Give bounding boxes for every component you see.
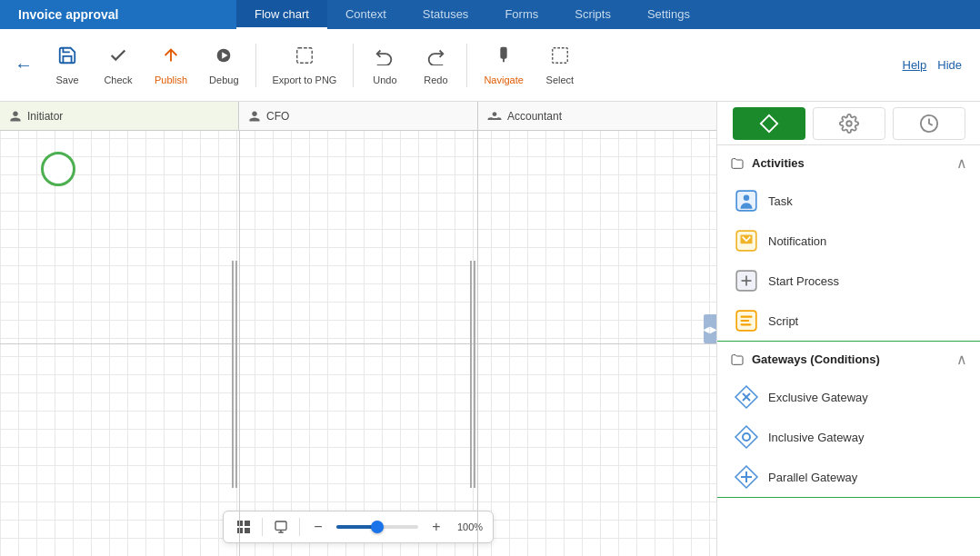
folder-icon: [730, 156, 745, 171]
tab-forms[interactable]: Forms: [486, 0, 556, 29]
panel-tab-settings[interactable]: [813, 107, 885, 140]
zoom-value: 100%: [455, 521, 485, 532]
toolbar-separator-1: [255, 44, 256, 87]
svg-marker-9: [760, 114, 776, 131]
task-label: Task: [768, 194, 793, 208]
zoom-in-button[interactable]: +: [424, 514, 449, 540]
publish-label: Publish: [155, 74, 187, 85]
undo-label: Undo: [373, 74, 396, 85]
svg-rect-22: [741, 323, 752, 325]
gateways-section-header[interactable]: Gateways (Conditions) ∧: [717, 342, 980, 377]
tab-context[interactable]: Context: [327, 0, 405, 29]
tab-scripts[interactable]: Scripts: [556, 0, 629, 29]
activities-collapse-icon[interactable]: ∧: [956, 154, 967, 172]
tab-settings[interactable]: Settings: [629, 0, 708, 29]
panel-tab-clock[interactable]: [893, 107, 965, 140]
lane-header-cfo: CFO: [239, 102, 478, 130]
publish-icon: [161, 45, 181, 71]
lane-label-initiator: Initiator: [27, 110, 63, 123]
start-process-icon: [734, 268, 759, 293]
lane-header-accountant: Accountant: [478, 102, 716, 130]
lane-inner-sep-2b: [474, 261, 475, 488]
svg-rect-15: [741, 235, 753, 244]
svg-rect-21: [741, 320, 750, 322]
right-panel: Activities ∧ Task: [716, 102, 980, 556]
script-icon: [734, 308, 759, 333]
save-button[interactable]: Save: [44, 36, 91, 94]
canvas[interactable]: Initiator CFO Accountant ◀▶: [0, 102, 716, 556]
zoom-out-button[interactable]: −: [305, 514, 331, 540]
zoom-slider[interactable]: [336, 525, 418, 529]
activities-section: Activities ∧ Task: [717, 145, 980, 342]
undo-button[interactable]: Undo: [361, 36, 408, 94]
back-button[interactable]: ←: [7, 49, 40, 82]
redo-icon: [425, 45, 445, 71]
tab-statuses[interactable]: Statuses: [405, 0, 487, 29]
gateways-section: Gateways (Conditions) ∧ Exclusive Gatewa…: [717, 342, 980, 498]
panel-tabs: [717, 102, 980, 145]
toolbar-separator-3: [466, 44, 467, 87]
inclusive-gateway-label: Inclusive Gateway: [768, 431, 865, 444]
check-button[interactable]: Check: [95, 36, 142, 94]
activities-section-label: Activities: [752, 156, 805, 170]
lane-rows: [0, 131, 716, 556]
lane-row-divider: [0, 343, 716, 344]
parallel-gateway-label: Parallel Gateway: [768, 471, 857, 484]
navigate-button[interactable]: Navigate: [475, 36, 532, 94]
slider-thumb[interactable]: [371, 521, 384, 533]
lane-inner-sep-1a: [232, 261, 234, 488]
gateways-collapse-icon[interactable]: ∧: [956, 351, 967, 368]
export-png-icon: [295, 45, 315, 71]
lane-separator-1: [239, 131, 240, 556]
exclusive-gateway-icon: [734, 384, 759, 410]
debug-icon: [214, 45, 234, 71]
svg-rect-5: [245, 521, 250, 526]
select-label: Select: [546, 74, 575, 85]
exclusive-gateway-label: Exclusive Gateway: [768, 391, 868, 404]
activity-script[interactable]: Script: [717, 301, 980, 341]
gateway-parallel[interactable]: Parallel Gateway: [717, 457, 980, 497]
parallel-gateway-icon: [734, 464, 759, 490]
start-event[interactable]: [41, 152, 75, 186]
svg-rect-8: [275, 521, 286, 530]
svg-rect-2: [297, 47, 313, 63]
start-process-label: Start Process: [768, 274, 839, 288]
debug-button[interactable]: Debug: [200, 36, 247, 94]
activity-start-process[interactable]: Start Process: [717, 261, 980, 301]
select-button[interactable]: Select: [536, 36, 584, 94]
lane-label-cfo: CFO: [266, 110, 289, 123]
toolbar: ← Save Check Publish: [0, 29, 980, 102]
fit-view-button[interactable]: [268, 514, 294, 540]
bottom-sep-2: [299, 518, 300, 536]
svg-rect-3: [553, 47, 568, 63]
publish-button[interactable]: Publish: [145, 36, 196, 94]
gateway-inclusive[interactable]: Inclusive Gateway: [717, 417, 980, 457]
export-png-button[interactable]: Export to PNG: [264, 36, 346, 94]
script-label: Script: [768, 314, 798, 328]
lane-label-accountant: Accountant: [507, 110, 562, 123]
lane-header-initiator: Initiator: [0, 102, 239, 130]
redo-button[interactable]: Redo: [412, 36, 459, 94]
redo-label: Redo: [424, 74, 447, 85]
bottom-sep-1: [262, 518, 263, 536]
activity-task[interactable]: Task: [717, 181, 980, 221]
gateway-exclusive[interactable]: Exclusive Gateway: [717, 377, 980, 417]
panel-tab-elements[interactable]: [733, 107, 805, 140]
help-link[interactable]: Help: [903, 58, 927, 72]
canvas-bottom-toolbar: − + 100%: [223, 511, 494, 543]
lane-separator-2: [477, 131, 478, 556]
navigate-icon: [494, 45, 514, 71]
top-nav: Invoice approval Flow chart Context Stat…: [0, 0, 980, 29]
toolbar-right: Help Hide: [903, 58, 974, 72]
hide-link[interactable]: Hide: [937, 58, 962, 72]
gateways-section-label: Gateways (Conditions): [752, 352, 880, 366]
panel-collapse-button[interactable]: ◀▶: [704, 314, 716, 343]
lane-inner-sep-1b: [235, 261, 237, 488]
grid-view-button[interactable]: [231, 514, 256, 540]
activity-notification[interactable]: Notification: [717, 221, 980, 261]
svg-point-13: [744, 195, 750, 202]
lane-inner-sep-2a: [470, 261, 472, 488]
inclusive-gateway-icon: [734, 424, 759, 450]
tab-flowchart[interactable]: Flow chart: [236, 0, 327, 29]
activities-section-header[interactable]: Activities ∧: [717, 145, 980, 181]
